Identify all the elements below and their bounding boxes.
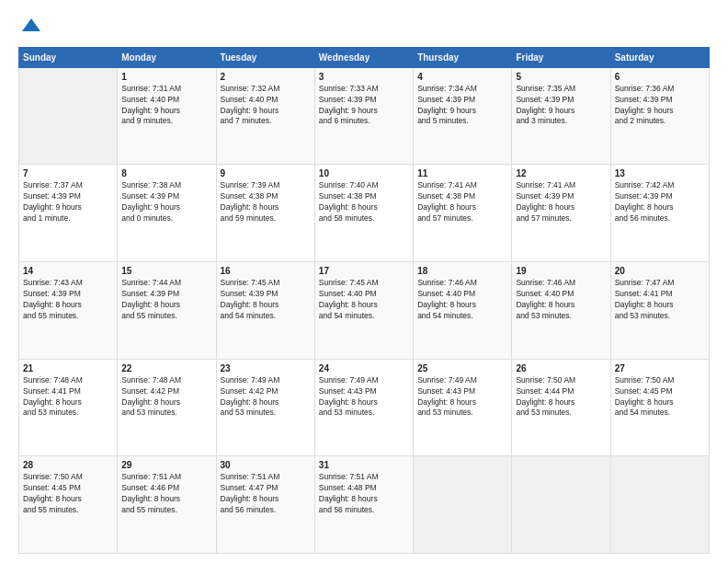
calendar-cell: 1Sunrise: 7:31 AM Sunset: 4:40 PM Daylig… [118, 67, 216, 165]
calendar-header-row: SundayMondayTuesdayWednesdayThursdayFrid… [19, 47, 710, 67]
day-number: 28 [23, 460, 113, 470]
calendar-cell: 22Sunrise: 7:48 AM Sunset: 4:42 PM Dayli… [118, 359, 216, 456]
calendar-header-wednesday: Wednesday [314, 47, 413, 67]
day-number: 9 [221, 168, 311, 178]
calendar-cell: 16Sunrise: 7:45 AM Sunset: 4:39 PM Dayli… [216, 262, 314, 360]
day-number: 18 [417, 266, 507, 276]
calendar-cell: 18Sunrise: 7:46 AM Sunset: 4:40 PM Dayli… [414, 262, 512, 360]
day-number: 23 [221, 363, 311, 373]
day-number: 21 [23, 363, 113, 373]
logo [18, 15, 42, 38]
day-number: 15 [121, 266, 211, 276]
day-number: 11 [417, 168, 507, 178]
day-number: 17 [319, 266, 409, 276]
day-info: Sunrise: 7:50 AM Sunset: 4:45 PM Dayligh… [615, 375, 705, 419]
day-info: Sunrise: 7:46 AM Sunset: 4:40 PM Dayligh… [516, 278, 606, 322]
day-number: 4 [417, 72, 507, 82]
calendar-week-1: 1Sunrise: 7:31 AM Sunset: 4:40 PM Daylig… [19, 67, 710, 165]
day-number: 29 [121, 460, 211, 470]
calendar-cell: 25Sunrise: 7:49 AM Sunset: 4:43 PM Dayli… [414, 359, 512, 456]
day-number: 6 [615, 72, 705, 82]
day-info: Sunrise: 7:46 AM Sunset: 4:40 PM Dayligh… [417, 278, 507, 322]
day-number: 16 [221, 266, 311, 276]
day-number: 26 [516, 363, 606, 373]
day-info: Sunrise: 7:31 AM Sunset: 4:40 PM Dayligh… [121, 84, 211, 128]
calendar-cell: 26Sunrise: 7:50 AM Sunset: 4:44 PM Dayli… [512, 359, 610, 456]
day-info: Sunrise: 7:38 AM Sunset: 4:39 PM Dayligh… [121, 180, 211, 224]
calendar-header-friday: Friday [512, 47, 610, 67]
day-info: Sunrise: 7:40 AM Sunset: 4:38 PM Dayligh… [319, 180, 409, 224]
day-info: Sunrise: 7:32 AM Sunset: 4:40 PM Dayligh… [221, 84, 311, 128]
day-info: Sunrise: 7:45 AM Sunset: 4:40 PM Dayligh… [319, 278, 409, 322]
calendar-header-monday: Monday [118, 47, 216, 67]
day-number: 22 [121, 363, 211, 373]
day-number: 12 [516, 168, 606, 178]
logo-icon [20, 15, 42, 37]
day-number: 30 [221, 460, 311, 470]
day-number: 8 [121, 168, 211, 178]
day-info: Sunrise: 7:47 AM Sunset: 4:41 PM Dayligh… [615, 278, 705, 322]
day-number: 7 [23, 168, 113, 178]
calendar-cell: 21Sunrise: 7:48 AM Sunset: 4:41 PM Dayli… [19, 359, 118, 456]
day-number: 2 [221, 72, 311, 82]
day-number: 1 [121, 72, 211, 82]
day-number: 10 [319, 168, 409, 178]
calendar-cell: 19Sunrise: 7:46 AM Sunset: 4:40 PM Dayli… [512, 262, 610, 360]
calendar-cell: 29Sunrise: 7:51 AM Sunset: 4:46 PM Dayli… [118, 456, 216, 554]
day-number: 24 [319, 363, 409, 373]
day-number: 25 [417, 363, 507, 373]
page: SundayMondayTuesdayWednesdayThursdayFrid… [0, 0, 728, 563]
calendar-cell: 31Sunrise: 7:51 AM Sunset: 4:48 PM Dayli… [314, 456, 413, 554]
calendar-week-2: 7Sunrise: 7:37 AM Sunset: 4:39 PM Daylig… [19, 165, 710, 262]
day-info: Sunrise: 7:43 AM Sunset: 4:39 PM Dayligh… [23, 278, 113, 322]
day-info: Sunrise: 7:50 AM Sunset: 4:45 PM Dayligh… [23, 472, 113, 516]
day-info: Sunrise: 7:49 AM Sunset: 4:43 PM Dayligh… [319, 375, 409, 419]
day-number: 19 [516, 266, 606, 276]
calendar-cell [512, 456, 610, 554]
svg-marker-0 [22, 18, 40, 31]
day-info: Sunrise: 7:44 AM Sunset: 4:39 PM Dayligh… [121, 278, 211, 322]
day-info: Sunrise: 7:45 AM Sunset: 4:39 PM Dayligh… [221, 278, 311, 322]
day-info: Sunrise: 7:34 AM Sunset: 4:39 PM Dayligh… [417, 84, 507, 128]
day-info: Sunrise: 7:49 AM Sunset: 4:42 PM Dayligh… [221, 375, 311, 419]
day-info: Sunrise: 7:48 AM Sunset: 4:41 PM Dayligh… [23, 375, 113, 419]
calendar-cell: 12Sunrise: 7:41 AM Sunset: 4:39 PM Dayli… [512, 165, 610, 262]
calendar-cell [610, 456, 709, 554]
day-number: 27 [615, 363, 705, 373]
calendar-cell: 13Sunrise: 7:42 AM Sunset: 4:39 PM Dayli… [610, 165, 709, 262]
calendar-cell: 3Sunrise: 7:33 AM Sunset: 4:39 PM Daylig… [314, 67, 413, 165]
day-info: Sunrise: 7:51 AM Sunset: 4:46 PM Dayligh… [121, 472, 211, 516]
day-number: 13 [615, 168, 705, 178]
calendar-header-thursday: Thursday [414, 47, 512, 67]
calendar-cell [19, 67, 118, 165]
calendar-table: SundayMondayTuesdayWednesdayThursdayFrid… [18, 47, 710, 554]
day-number: 31 [319, 460, 409, 470]
day-info: Sunrise: 7:39 AM Sunset: 4:38 PM Dayligh… [221, 180, 311, 224]
day-info: Sunrise: 7:41 AM Sunset: 4:38 PM Dayligh… [417, 180, 507, 224]
day-info: Sunrise: 7:49 AM Sunset: 4:43 PM Dayligh… [417, 375, 507, 419]
day-info: Sunrise: 7:33 AM Sunset: 4:39 PM Dayligh… [319, 84, 409, 128]
calendar-cell: 27Sunrise: 7:50 AM Sunset: 4:45 PM Dayli… [610, 359, 709, 456]
calendar-cell: 8Sunrise: 7:38 AM Sunset: 4:39 PM Daylig… [118, 165, 216, 262]
day-info: Sunrise: 7:51 AM Sunset: 4:48 PM Dayligh… [319, 472, 409, 516]
calendar-cell [414, 456, 512, 554]
calendar-cell: 9Sunrise: 7:39 AM Sunset: 4:38 PM Daylig… [216, 165, 314, 262]
calendar-cell: 14Sunrise: 7:43 AM Sunset: 4:39 PM Dayli… [19, 262, 118, 360]
calendar-week-3: 14Sunrise: 7:43 AM Sunset: 4:39 PM Dayli… [19, 262, 710, 360]
calendar-cell: 11Sunrise: 7:41 AM Sunset: 4:38 PM Dayli… [414, 165, 512, 262]
calendar-header-saturday: Saturday [610, 47, 709, 67]
day-info: Sunrise: 7:42 AM Sunset: 4:39 PM Dayligh… [615, 180, 705, 224]
day-info: Sunrise: 7:36 AM Sunset: 4:39 PM Dayligh… [615, 84, 705, 128]
calendar-cell: 28Sunrise: 7:50 AM Sunset: 4:45 PM Dayli… [19, 456, 118, 554]
calendar-cell: 5Sunrise: 7:35 AM Sunset: 4:39 PM Daylig… [512, 67, 610, 165]
calendar-cell: 20Sunrise: 7:47 AM Sunset: 4:41 PM Dayli… [610, 262, 709, 360]
day-number: 3 [319, 72, 409, 82]
calendar-header-tuesday: Tuesday [216, 47, 314, 67]
day-info: Sunrise: 7:41 AM Sunset: 4:39 PM Dayligh… [516, 180, 606, 224]
day-number: 5 [516, 72, 606, 82]
day-info: Sunrise: 7:35 AM Sunset: 4:39 PM Dayligh… [516, 84, 606, 128]
calendar-cell: 2Sunrise: 7:32 AM Sunset: 4:40 PM Daylig… [216, 67, 314, 165]
day-number: 20 [615, 266, 705, 276]
day-info: Sunrise: 7:50 AM Sunset: 4:44 PM Dayligh… [516, 375, 606, 419]
calendar-cell: 7Sunrise: 7:37 AM Sunset: 4:39 PM Daylig… [19, 165, 118, 262]
